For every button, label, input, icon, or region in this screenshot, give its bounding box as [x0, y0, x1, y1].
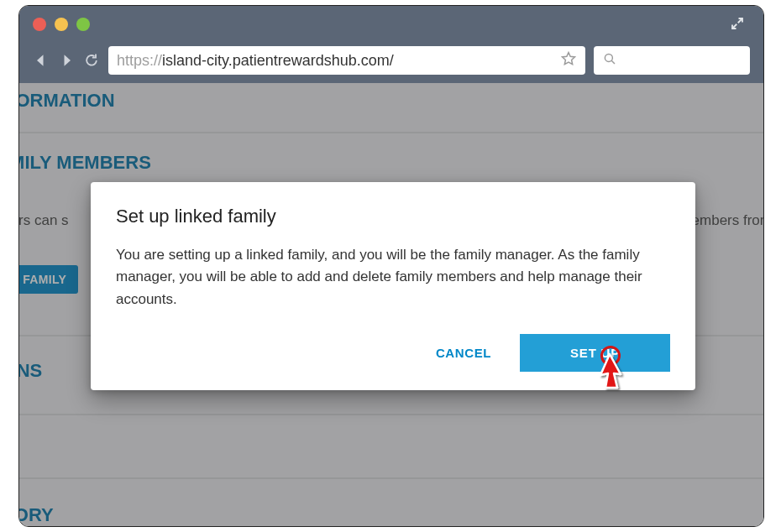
dialog-body: You are setting up a linked family, and … [116, 244, 670, 310]
browser-chrome: https://island-city.patientrewardshub.co… [19, 6, 763, 83]
fullscreen-icon[interactable] [730, 16, 745, 31]
minimize-window-dot[interactable] [55, 18, 68, 31]
dialog-actions: CANCEL SET UP [116, 334, 670, 372]
search-icon [602, 51, 617, 70]
bookmark-star-icon[interactable] [560, 50, 577, 70]
reload-icon[interactable] [83, 52, 100, 69]
back-button-icon[interactable] [33, 52, 50, 69]
setup-linked-family-dialog: Set up linked family You are setting up … [91, 182, 695, 390]
browser-window: https://island-city.patientrewardshub.co… [18, 5, 764, 527]
svg-point-0 [605, 54, 612, 61]
dialog-title: Set up linked family [116, 206, 670, 227]
url-bar[interactable]: https://island-city.patientrewardshub.co… [108, 46, 585, 75]
cancel-button[interactable]: CANCEL [431, 337, 496, 368]
close-window-dot[interactable] [33, 18, 46, 31]
maximize-window-dot[interactable] [76, 18, 90, 31]
nav-row: https://island-city.patientrewardshub.co… [33, 46, 750, 75]
url-text: https://island-city.patientrewardshub.co… [117, 52, 394, 70]
search-bar[interactable] [594, 46, 750, 75]
forward-button-icon[interactable] [58, 52, 75, 69]
setup-button[interactable]: SET UP [520, 334, 670, 372]
window-controls [33, 18, 90, 31]
